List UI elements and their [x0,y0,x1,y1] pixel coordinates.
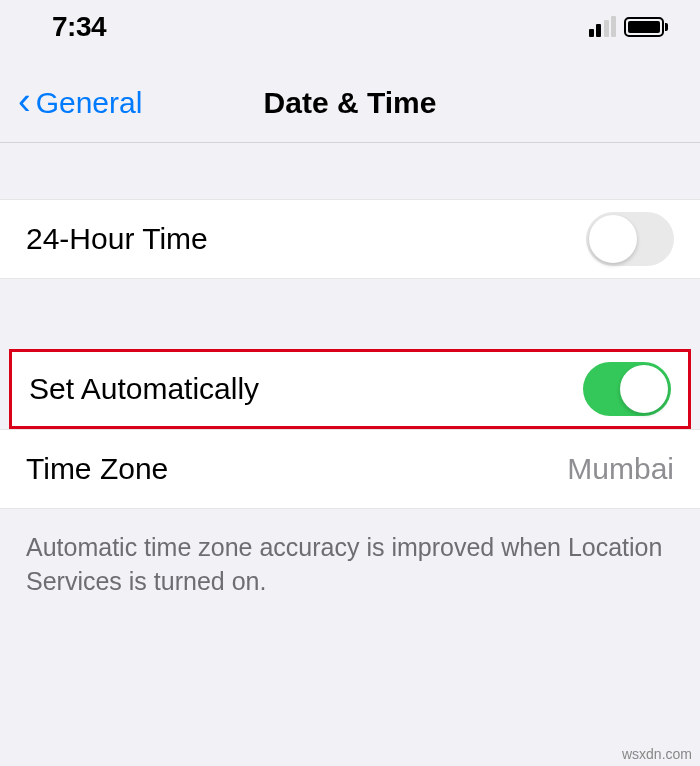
row-time-zone[interactable]: Time Zone Mumbai [0,429,700,509]
row-24-hour-time[interactable]: 24-Hour Time [0,199,700,279]
row-label: Time Zone [26,452,168,486]
row-set-automatically[interactable]: Set Automatically [12,352,688,426]
chevron-left-icon: ‹ [18,82,31,120]
toggle-set-automatically[interactable] [583,362,671,416]
back-button[interactable]: ‹ General [18,86,142,120]
status-bar: 7:34 [0,0,700,50]
back-label: General [36,86,143,120]
watermark: wsxdn.com [622,746,692,762]
toggle-24-hour-time[interactable] [586,212,674,266]
time-zone-value: Mumbai [567,452,674,486]
row-label: 24-Hour Time [26,222,208,256]
status-icons [589,17,669,37]
status-time: 7:34 [52,11,106,43]
toggle-knob [589,215,637,263]
battery-icon [624,17,668,37]
nav-bar: ‹ General Date & Time [0,50,700,143]
footer-note: Automatic time zone accuracy is improved… [0,509,700,621]
row-label: Set Automatically [29,372,259,406]
toggle-knob [620,365,668,413]
highlight-annotation: Set Automatically [9,349,691,429]
cellular-signal-icon [589,17,617,37]
